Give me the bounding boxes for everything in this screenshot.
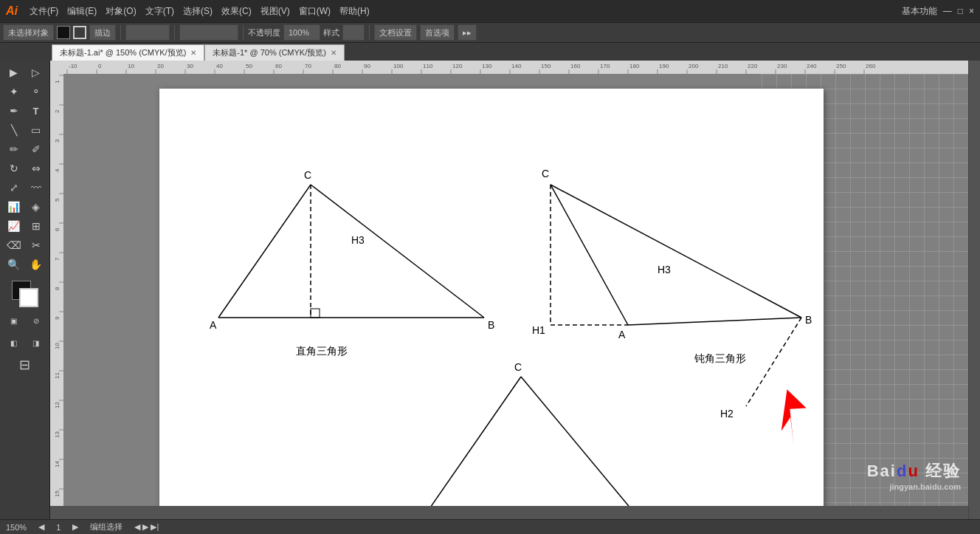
line-tool[interactable]: ╲ xyxy=(4,121,24,139)
tool-row-6: ↻ ⇔ xyxy=(4,160,46,177)
nav-controls[interactable]: ◀ ▶ ▶| xyxy=(134,522,159,532)
brush-tool[interactable]: ✏ xyxy=(4,140,24,158)
svg-text:10: 10 xyxy=(128,63,134,69)
menu-view[interactable]: 视图(V) xyxy=(260,5,290,18)
graph-tool[interactable]: 📊 xyxy=(4,198,24,216)
ruler-top: -100102030405060708090100110120130140150… xyxy=(63,61,968,74)
warp-tool[interactable]: 〰 xyxy=(26,179,46,196)
reflect-tool[interactable]: ⇔ xyxy=(26,160,46,177)
app-logo: Ai xyxy=(6,4,18,18)
style-label: 样式 xyxy=(323,27,339,38)
menu-edit[interactable]: 编辑(E) xyxy=(67,5,97,18)
menu-file[interactable]: 文件(F) xyxy=(30,5,58,18)
svg-text:2: 2 xyxy=(54,109,61,113)
minimize-button[interactable]: — xyxy=(943,6,952,16)
screen-mode-2[interactable]: ◨ xyxy=(26,334,46,352)
screen-mode-1[interactable]: ◧ xyxy=(4,334,24,352)
zoom-level[interactable]: 150% xyxy=(6,523,27,532)
svg-text:70: 70 xyxy=(305,63,311,69)
sep4 xyxy=(369,25,370,40)
scissors-tool[interactable]: ✂ xyxy=(26,236,46,254)
gradient-button[interactable]: ▣ xyxy=(4,312,24,329)
hand-tool[interactable]: ✋ xyxy=(26,256,46,273)
view-mode-buttons: ◧ ◨ xyxy=(4,334,46,352)
svg-text:50: 50 xyxy=(246,63,252,69)
tool-row-5: ✏ ✐ xyxy=(4,140,46,158)
svg-text:230: 230 xyxy=(777,63,787,69)
tab-1[interactable]: 未标题-1.ai* @ 150% (CMYK/预览) ✕ xyxy=(52,44,204,61)
svg-text:240: 240 xyxy=(807,63,817,69)
pen-tool[interactable]: ✒ xyxy=(4,102,24,120)
svg-text:12: 12 xyxy=(54,402,61,408)
scale-tool[interactable]: ⤢ xyxy=(4,179,24,196)
window-controls[interactable]: 基本功能 — □ × xyxy=(902,5,974,18)
svg-text:170: 170 xyxy=(600,63,610,69)
fill-color[interactable] xyxy=(57,26,70,39)
svg-text:0: 0 xyxy=(98,63,102,69)
symbol-tool[interactable]: ◈ xyxy=(26,198,46,216)
rt-label-b: B xyxy=(488,319,494,331)
red-arrow xyxy=(765,386,819,447)
stroke-swatch[interactable] xyxy=(19,288,38,307)
menu-object[interactable]: 对象(O) xyxy=(106,5,136,18)
right-scrollbar[interactable] xyxy=(968,61,980,519)
svg-text:210: 210 xyxy=(718,63,728,69)
tool-row-8: 📊 ◈ xyxy=(4,198,46,216)
artboard-tool[interactable]: ⊟ xyxy=(15,356,35,374)
menu-bar[interactable]: 文件(F) 编辑(E) 对象(O) 文字(T) 选择(S) 效果(C) 视图(V… xyxy=(30,5,370,18)
svg-text:40: 40 xyxy=(216,63,223,69)
prefs-button[interactable]: 首选项 xyxy=(420,24,455,41)
status-bar: 150% ◀ 1 ▶ 编组选择 ◀ ▶ ▶| xyxy=(0,519,980,534)
sep1 xyxy=(120,25,121,40)
direct-select-tool[interactable]: ▷ xyxy=(26,64,46,81)
column-chart-tool[interactable]: 📈 xyxy=(4,217,24,235)
stroke-options[interactable] xyxy=(179,24,238,41)
opacity-input[interactable]: 100% xyxy=(283,24,320,41)
menu-effect[interactable]: 效果(C) xyxy=(221,5,252,18)
tool-row-3: ✒ T xyxy=(4,102,46,120)
svg-text:15: 15 xyxy=(54,490,61,497)
rotate-tool[interactable]: ↻ xyxy=(4,160,24,177)
text-tool[interactable]: T xyxy=(26,102,46,120)
canvas-area[interactable]: -100102030405060708090100110120130140150… xyxy=(50,61,968,519)
menu-select[interactable]: 选择(S) xyxy=(183,5,213,18)
options-toolbar: 未选择对象 描边 不透明度 100% 样式 文档设置 首选项 ▸▸ xyxy=(0,22,980,43)
style-dropdown[interactable] xyxy=(342,24,365,41)
pencil-tool[interactable]: ✐ xyxy=(26,140,46,158)
nav-next[interactable]: ▶ xyxy=(72,522,78,532)
stroke-color[interactable] xyxy=(73,26,86,39)
menu-text[interactable]: 文字(T) xyxy=(145,5,174,18)
slice-tool[interactable]: ⊞ xyxy=(26,217,46,235)
zoom-tool[interactable]: 🔍 xyxy=(4,256,24,273)
opacity-label: 不透明度 xyxy=(248,27,280,38)
maximize-button[interactable]: □ xyxy=(958,6,963,16)
magic-wand-tool[interactable]: ✦ xyxy=(4,83,24,100)
right-triangle-label: 直角三角形 xyxy=(296,346,348,357)
stroke-dropdown[interactable]: 描边 xyxy=(89,24,116,41)
ot-h1-label: H1 xyxy=(532,324,545,336)
rect-tool[interactable]: ▭ xyxy=(26,121,46,139)
ot-label-b: B xyxy=(805,314,812,326)
tab-2[interactable]: 未标题-1* @ 70% (CMYK/预览) ✕ xyxy=(204,44,345,61)
svg-text:9: 9 xyxy=(54,316,61,320)
none-button[interactable]: ⊘ xyxy=(26,312,46,329)
more-button[interactable]: ▸▸ xyxy=(458,24,477,41)
select-tool[interactable]: ▶ xyxy=(4,64,24,81)
close-button[interactable]: × xyxy=(969,6,974,16)
tab-2-close[interactable]: ✕ xyxy=(331,49,337,57)
svg-text:5: 5 xyxy=(54,198,61,202)
ot-label-c: C xyxy=(542,168,549,179)
canvas-background: A B C H3 直角三角形 xyxy=(63,74,968,506)
svg-text:3: 3 xyxy=(54,139,61,143)
menu-window[interactable]: 窗口(W) xyxy=(299,5,331,18)
svg-text:30: 30 xyxy=(187,63,193,69)
doc-setup-button[interactable]: 文档设置 xyxy=(374,24,417,41)
stroke-width-input[interactable] xyxy=(125,24,170,41)
tab-1-close[interactable]: ✕ xyxy=(190,49,196,57)
lasso-tool[interactable]: ⚬ xyxy=(26,83,46,100)
ot-label-a: A xyxy=(618,329,626,340)
eraser-tool[interactable]: ⌫ xyxy=(4,236,24,254)
menu-help[interactable]: 帮助(H) xyxy=(339,5,370,18)
nav-prev[interactable]: ◀ xyxy=(38,522,44,532)
tool-row-11: 🔍 ✋ xyxy=(4,256,46,273)
